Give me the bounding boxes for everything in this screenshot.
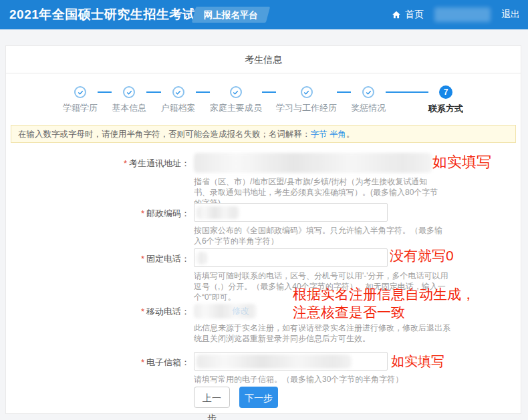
required-mark: * [141, 254, 144, 264]
check-icon [123, 86, 135, 98]
step-label: 基本信息 [112, 102, 146, 114]
step-label: 家庭主要成员 [210, 102, 262, 114]
step-connector [262, 91, 276, 93]
username-redacted [434, 7, 491, 22]
annotation-address: 如实填写 [432, 152, 491, 172]
step-connector [337, 91, 351, 93]
home-icon [392, 10, 401, 19]
check-icon [74, 86, 86, 98]
postcode-input[interactable] [194, 203, 388, 222]
phone-label: *固定电话： [6, 248, 190, 302]
halfwidth-definition-link[interactable]: 半角 [329, 130, 346, 139]
step-connector [98, 91, 112, 93]
phone-input[interactable] [194, 248, 388, 267]
postcode-label: *邮政编码： [6, 203, 190, 246]
email-input[interactable] [194, 352, 388, 371]
home-label: 首页 [405, 9, 424, 21]
step-label: 学籍学历 [63, 102, 98, 114]
step-number-badge: 7 [439, 85, 452, 99]
required-mark: * [141, 306, 144, 317]
check-icon [301, 86, 313, 98]
postcode-help: 按国家公布的《全国邮政编码》填写。只允许输入半角字符。（最多输入6个字节的半角字… [194, 225, 448, 246]
mobile-label: *移动电话： [6, 304, 190, 344]
form-buttons: 上一步 下一步 [194, 387, 278, 408]
notice-text: 在输入数字或字母时，请使用半角字符，否则可能会造成报名失败；名词解释： [18, 130, 311, 139]
step-item-4[interactable]: 家庭主要成员 [210, 86, 262, 114]
annotation-mobile: 根据实名注册信息自动生成， 注意核查是否一致 [293, 285, 475, 321]
step-progress: 学籍学历 基本信息 户籍档案 家庭主要成员 学习 [63, 86, 463, 115]
address-input[interactable] [194, 153, 432, 173]
annotation-email: 如实填写 [391, 353, 444, 371]
step-item-2[interactable]: 基本信息 [112, 86, 146, 114]
email-help: 请填写常用的电子信箱。（最多输入30个字节的半角字符） [194, 374, 403, 385]
step-item-7-current[interactable]: 7 联系方式 [428, 86, 463, 115]
check-icon [230, 86, 242, 98]
check-icon [172, 86, 184, 98]
app-title: 2021年全国硕士研究生招生考试 [9, 0, 195, 29]
required-mark: * [124, 158, 127, 168]
step-item-5[interactable]: 学习与工作经历 [276, 86, 337, 114]
step-item-1[interactable]: 学籍学历 [63, 86, 98, 114]
step-connector [196, 91, 210, 93]
app-header: 2021年全国硕士研究生招生考试 网上报名平台 首页 退出 [0, 0, 528, 29]
step-label: 奖惩情况 [351, 102, 386, 114]
byte-definition-link[interactable]: 字节 [311, 130, 327, 139]
required-mark: * [141, 357, 144, 367]
page-title: 考生信息 [6, 46, 521, 73]
field-row-postcode: *邮政编码： 按国家公布的《全国邮政编码》填写。只允许输入半角字符。（最多输入6… [6, 203, 515, 246]
halfwidth-notice-bar: 在输入数字或字母时，请使用半角字符，否则可能会造成报名失败；名词解释：字节 半角… [11, 125, 516, 143]
mobile-value-redacted [194, 304, 257, 319]
required-mark: * [141, 208, 144, 218]
phone-value-redacted [196, 252, 207, 264]
mobile-help: 此信息来源于实名注册，如有误请登录实名注册进行修改，修改后退出系统且关闭浏览器重… [194, 323, 456, 344]
logout-button[interactable]: 退出 [501, 9, 520, 21]
check-icon [362, 86, 374, 98]
next-step-button[interactable]: 下一步 [239, 387, 278, 408]
step-connector [146, 91, 160, 93]
step-label: 学习与工作经历 [276, 102, 337, 114]
postcode-value-redacted [196, 206, 239, 219]
prev-step-button[interactable]: 上一步 [194, 387, 230, 408]
address-label: *考生通讯地址： [6, 153, 190, 208]
email-value-redacted [196, 355, 352, 369]
step-connector [386, 91, 428, 93]
step-item-6[interactable]: 奖惩情况 [351, 86, 386, 114]
platform-badge: 网上报名平台 [192, 7, 270, 23]
annotation-phone: 没有就写0 [390, 246, 454, 265]
step-label: 户籍档案 [161, 102, 196, 114]
home-link[interactable]: 首页 [392, 9, 424, 21]
step-label: 联系方式 [428, 103, 463, 115]
step-item-3[interactable]: 户籍档案 [161, 86, 196, 114]
email-label: *电子信箱： [6, 352, 190, 385]
